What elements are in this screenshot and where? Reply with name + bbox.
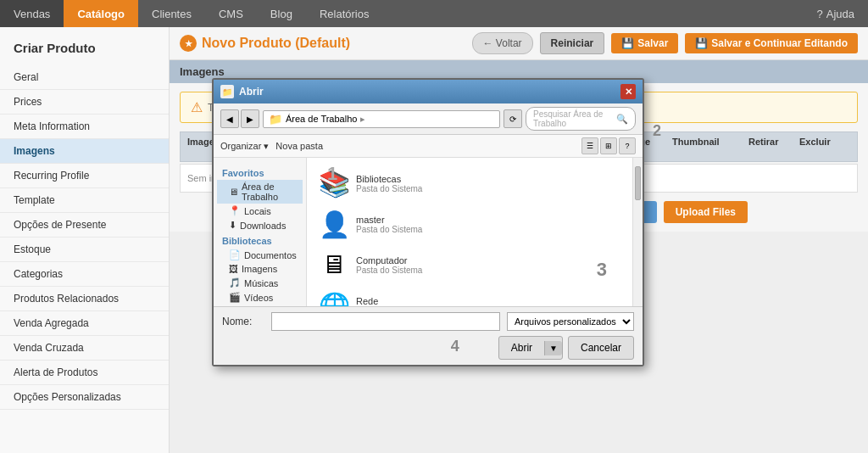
- sidebar-item-geral[interactable]: Geral: [0, 65, 169, 90]
- col-thumb: Thumbnail: [672, 137, 748, 157]
- sidebar-item-prices[interactable]: Prices: [0, 90, 169, 115]
- salvar-button[interactable]: 💾 Salvar: [611, 33, 678, 53]
- top-navigation: Vendas Catálogo Clientes CMS Blog Relató…: [0, 0, 868, 27]
- page-title: ★ Novo Produto (Default): [180, 35, 465, 52]
- musicas-icon: 🎵: [229, 277, 241, 288]
- dialog-scrollbar[interactable]: [632, 158, 643, 306]
- master-folder-icon: 👤: [319, 209, 349, 239]
- file-dialog: 2 📁 Abrir ✕ ◀ ▶ 📁 Área de Trabalho ▸: [212, 78, 644, 366]
- computador-sub: Pasta do Sistema: [356, 266, 422, 275]
- file-item-rede[interactable]: 🌐 Rede Pasta do Sistema: [314, 287, 626, 306]
- refresh-button[interactable]: ⟳: [504, 109, 522, 128]
- dialog-actions: 4 Abrir ▼ Cancelar: [222, 336, 634, 360]
- number-label-4: 4: [451, 338, 459, 361]
- master-sub: Pasta do Sistema: [356, 225, 422, 234]
- sidebar-item-estoque[interactable]: Estoque: [0, 238, 169, 262]
- sidebar-documentos[interactable]: 📄 Documentos: [217, 248, 303, 262]
- sidebar-item-imagens[interactable]: Imagens: [0, 139, 169, 164]
- sidebar-musicas[interactable]: 🎵 Músicas: [217, 276, 303, 290]
- dialog-bottom: Nome: Arquivos personalizados 4 Abrir ▼ …: [214, 306, 643, 365]
- dialog-main-area: 📚 Bibliotecas Pasta do Sistema 👤: [307, 158, 632, 306]
- dialog-close-button[interactable]: ✕: [620, 84, 636, 99]
- upload-files-button[interactable]: Upload Files: [664, 201, 748, 223]
- view-btn-icons[interactable]: ⊞: [600, 137, 617, 154]
- cancelar-button[interactable]: Cancelar: [568, 336, 634, 360]
- sidebar-item-alerta[interactable]: Alerta de Produtos: [0, 361, 169, 385]
- nav-clientes[interactable]: Clientes: [138, 0, 205, 27]
- nav-relatorios[interactable]: Relatórios: [306, 0, 383, 27]
- bibliotecas-name: Bibliotecas: [356, 174, 422, 184]
- dialog-title-label: Abrir: [239, 86, 264, 98]
- dialog-title-folder-icon: 📁: [220, 85, 234, 98]
- videos-icon: 🎬: [229, 292, 241, 303]
- view-btn-help[interactable]: ?: [619, 137, 636, 154]
- col-retirar: Retirar: [748, 137, 799, 157]
- computador-icon: 🖥: [319, 249, 349, 280]
- file-grid: 📚 Bibliotecas Pasta do Sistema 👤: [314, 165, 626, 306]
- bibliotecas-label: Bibliotecas: [217, 232, 303, 248]
- search-placeholder: Pesquisar Área de Trabalho: [533, 109, 613, 128]
- salvar-continuar-button[interactable]: 💾 Salvar e Continuar Editando: [685, 33, 858, 53]
- col-excluir: Excluir: [799, 137, 850, 157]
- number-label-2: 2: [653, 122, 661, 140]
- abrir-dropdown-button[interactable]: ▼: [544, 341, 562, 355]
- sidebar-videos[interactable]: 🎬 Vídeos: [217, 290, 303, 305]
- desktop-icon: 🖥: [229, 187, 238, 197]
- file-item-master[interactable]: 👤 master Pasta do Sistema: [314, 205, 626, 243]
- nav-cms[interactable]: CMS: [205, 0, 257, 27]
- back-button[interactable]: ← Voltar: [472, 32, 533, 54]
- nav-arrows: ◀ ▶: [220, 109, 259, 128]
- page-title-icon: ★: [180, 35, 197, 52]
- help-icon: ?: [817, 8, 823, 20]
- downloads-icon: ⬇: [229, 220, 236, 231]
- nova-pasta-button[interactable]: Nova pasta: [275, 141, 323, 151]
- file-item-computador[interactable]: 🖥 Computador Pasta do Sistema: [314, 246, 626, 283]
- master-name: master: [356, 215, 422, 225]
- sidebar-item-opcoes-presente[interactable]: Opções de Presente: [0, 213, 169, 238]
- sidebar-item-venda-cruzada[interactable]: Venda Cruzada: [0, 336, 169, 361]
- sidebar-downloads[interactable]: ⬇ Downloads: [217, 218, 303, 232]
- number-label-3: 3: [597, 259, 607, 281]
- rede-icon: 🌐: [319, 290, 349, 306]
- file-name-input[interactable]: [271, 312, 500, 331]
- sidebar-item-meta[interactable]: Meta Information: [0, 115, 169, 139]
- bibliotecas-sub: Pasta do Sistema: [356, 184, 422, 193]
- address-text: Área de Trabalho: [286, 114, 357, 124]
- file-type-select[interactable]: Arquivos personalizados: [507, 312, 634, 331]
- sidebar-desktop[interactable]: 🖥 Área de Trabalho: [217, 180, 303, 204]
- reiniciar-button[interactable]: Reiniciar: [540, 32, 605, 54]
- file-item-bibliotecas[interactable]: 📚 Bibliotecas Pasta do Sistema: [314, 165, 626, 202]
- dialog-toolbar: ◀ ▶ 📁 Área de Trabalho ▸ ⟳ Pesquisar Áre…: [214, 103, 643, 135]
- nav-vendas[interactable]: Vendas: [0, 0, 64, 27]
- organize-button[interactable]: Organizar ▾: [220, 141, 269, 152]
- sidebar-item-categorias[interactable]: Categorias: [0, 262, 169, 287]
- address-folder-icon: 📁: [269, 113, 282, 126]
- documentos-icon: 📄: [229, 249, 241, 260]
- sidebar-item-venda-agregada[interactable]: Venda Agregada: [0, 311, 169, 336]
- number-label-1: 1: [327, 163, 337, 185]
- sidebar-title: Criar Produto: [0, 34, 169, 65]
- sidebar-item-recurring[interactable]: Recurring Profile: [0, 164, 169, 188]
- nav-blog[interactable]: Blog: [257, 0, 306, 27]
- view-buttons: ☰ ⊞ ?: [581, 137, 636, 154]
- locais-icon: 📍: [229, 205, 241, 216]
- nav-back-arrow[interactable]: ◀: [220, 109, 239, 128]
- dialog-subbar: Organizar ▾ Nova pasta ☰ ⊞ ?: [214, 135, 643, 158]
- sidebar: Criar Produto Geral Prices Meta Informat…: [0, 27, 170, 453]
- sidebar-item-template[interactable]: Template: [0, 188, 169, 213]
- scrollbar-thumb[interactable]: [635, 166, 641, 200]
- sidebar-item-opcoes-personalizadas[interactable]: Opções Personalizadas: [0, 385, 169, 410]
- search-bar[interactable]: Pesquisar Área de Trabalho 🔍: [526, 107, 636, 131]
- sidebar-imagens[interactable]: 🖼 Imagens: [217, 262, 303, 276]
- sidebar-locais[interactable]: 📍 Locais: [217, 204, 303, 218]
- view-btn-list[interactable]: ☰: [581, 137, 598, 154]
- nav-help[interactable]: ? Ajuda: [804, 0, 868, 27]
- nav-forward-arrow[interactable]: ▶: [241, 109, 259, 128]
- address-arrow: ▸: [360, 114, 365, 125]
- save-icon: 💾: [621, 37, 634, 49]
- dialog-sidebar: Favoritos 🖥 Área de Trabalho 📍 Locais ⬇ …: [214, 158, 307, 306]
- sidebar-item-produtos-relacionados[interactable]: Produtos Relacionados: [0, 287, 169, 311]
- abrir-main-button[interactable]: Abrir: [499, 339, 544, 356]
- computador-name: Computador: [356, 255, 422, 266]
- nav-catalogo[interactable]: Catálogo: [64, 0, 138, 27]
